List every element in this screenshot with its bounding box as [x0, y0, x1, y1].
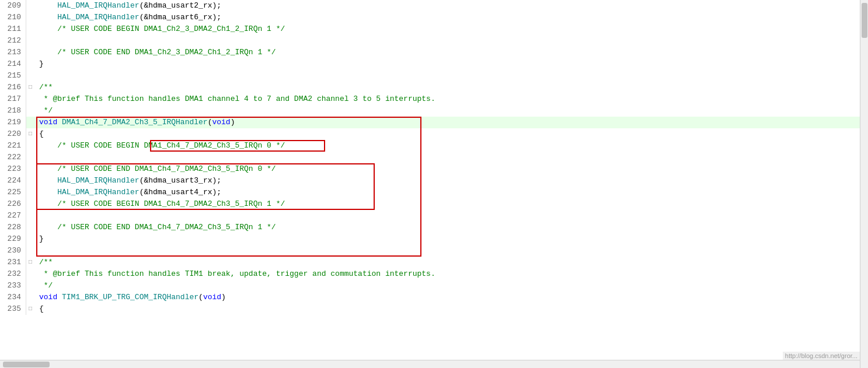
code-line: 223 /* USER CODE END DMA1_Ch4_7_DMA2_Ch3… — [0, 163, 860, 175]
line-fold — [26, 292, 34, 303]
code-line: 210 HAL_DMA_IRQHandler(&hdma_usart6_rx); — [0, 12, 860, 23]
line-content: /* USER CODE END DMA1_Ch2_3_DMA2_Ch1_2_I… — [34, 47, 860, 58]
line-number: 226 — [0, 198, 26, 210]
line-fold: □ — [26, 82, 34, 93]
line-content — [34, 152, 860, 163]
scrollbar-bottom[interactable] — [0, 360, 860, 368]
line-content: */ — [34, 280, 860, 292]
line-content: { — [34, 128, 860, 140]
line-content — [34, 245, 860, 257]
line-content: } — [34, 58, 860, 70]
line-fold — [26, 23, 34, 35]
line-content: HAL_DMA_IRQHandler(&hdma_usart4_rx); — [34, 187, 860, 198]
line-content: /* USER CODE END DMA1_Ch4_7_DMA2_Ch3_5_I… — [34, 163, 860, 175]
line-number: 210 — [0, 12, 26, 23]
line-number: 231 — [0, 257, 26, 268]
scrollbar-bottom-thumb[interactable] — [3, 362, 50, 367]
line-number: 224 — [0, 175, 26, 187]
line-number: 214 — [0, 58, 26, 70]
line-content: /* USER CODE BEGIN DMA1_Ch4_7_DMA2_Ch3_5… — [34, 198, 860, 210]
url-bar: http://blog.csdn.net/gror... — [783, 352, 860, 360]
line-number: 218 — [0, 105, 26, 117]
scrollbar-right[interactable] — [860, 0, 868, 368]
code-line: 231 □ /** — [0, 257, 860, 268]
line-fold: □ — [26, 303, 34, 315]
code-line: 232 * @brief This function handles TIM1 … — [0, 268, 860, 280]
line-fold — [26, 280, 34, 292]
line-fold — [26, 268, 34, 280]
line-number: 230 — [0, 245, 26, 257]
code-line: 217 * @brief This function handles DMA1 … — [0, 93, 860, 105]
code-line: 235 □ { — [0, 303, 860, 315]
line-number: 213 — [0, 47, 26, 58]
code-line: 220 □ { — [0, 128, 860, 140]
line-fold — [26, 140, 34, 152]
line-fold — [26, 233, 34, 245]
line-fold — [26, 93, 34, 105]
code-line: 229 } — [0, 233, 860, 245]
code-line: 216 □ /** — [0, 82, 860, 93]
code-line: 209 HAL_DMA_IRQHandler(&hdma_usart2_rx); — [0, 0, 860, 12]
code-line: 225 HAL_DMA_IRQHandler(&hdma_usart4_rx); — [0, 187, 860, 198]
line-number: 209 — [0, 0, 26, 12]
line-content: /* USER CODE BEGIN DMA1_Ch2_3_DMA2_Ch1_2… — [34, 23, 860, 35]
line-content: /** — [34, 257, 860, 268]
line-content — [34, 210, 860, 222]
line-number: 212 — [0, 35, 26, 47]
line-number: 228 — [0, 222, 26, 233]
line-content: void TIM1_BRK_UP_TRG_COM_IRQHandler(void… — [34, 292, 860, 303]
line-content: /* USER CODE END DMA1_Ch4_7_DMA2_Ch3_5_I… — [34, 222, 860, 233]
line-fold — [26, 163, 34, 175]
line-content — [34, 35, 860, 47]
line-number: 211 — [0, 23, 26, 35]
line-number: 216 — [0, 82, 26, 93]
code-line: 218 */ — [0, 105, 860, 117]
line-fold: □ — [26, 257, 34, 268]
line-number: 221 — [0, 140, 26, 152]
line-fold — [26, 198, 34, 210]
line-content: void DMA1_Ch4_7_DMA2_Ch3_5_IRQHandler(vo… — [34, 117, 860, 128]
code-line: 228 /* USER CODE END DMA1_Ch4_7_DMA2_Ch3… — [0, 222, 860, 233]
line-number: 233 — [0, 280, 26, 292]
line-fold — [26, 245, 34, 257]
line-number: 219 — [0, 117, 26, 128]
line-content: HAL_DMA_IRQHandler(&hdma_usart6_rx); — [34, 12, 860, 23]
scrollbar-thumb[interactable] — [862, 3, 867, 38]
line-fold — [26, 210, 34, 222]
line-number: 225 — [0, 187, 26, 198]
code-line: 219 void DMA1_Ch4_7_DMA2_Ch3_5_IRQHandle… — [0, 117, 860, 128]
code-area: 209 HAL_DMA_IRQHandler(&hdma_usart2_rx);… — [0, 0, 860, 368]
line-content: /** — [34, 82, 860, 93]
editor-container: 209 HAL_DMA_IRQHandler(&hdma_usart2_rx);… — [0, 0, 868, 368]
code-line: 222 — [0, 152, 860, 163]
line-fold — [26, 152, 34, 163]
code-line: 211 /* USER CODE BEGIN DMA1_Ch2_3_DMA2_C… — [0, 23, 860, 35]
line-content: * @brief This function handles DMA1 chan… — [34, 93, 860, 105]
line-content: { — [34, 303, 860, 315]
line-number: 215 — [0, 70, 26, 82]
line-fold — [26, 47, 34, 58]
line-content: */ — [34, 105, 860, 117]
line-number: 227 — [0, 210, 26, 222]
code-line: 230 — [0, 245, 860, 257]
line-number: 232 — [0, 268, 26, 280]
line-fold — [26, 175, 34, 187]
line-fold: □ — [26, 128, 34, 140]
line-content: * @brief This function handles TIM1 brea… — [34, 268, 860, 280]
code-line: 224 HAL_DMA_IRQHandler(&hdma_usart3_rx); — [0, 175, 860, 187]
line-fold — [26, 12, 34, 23]
code-line: 213 /* USER CODE END DMA1_Ch2_3_DMA2_Ch1… — [0, 47, 860, 58]
line-fold — [26, 0, 34, 12]
lines-container: 209 HAL_DMA_IRQHandler(&hdma_usart2_rx);… — [0, 0, 860, 315]
line-fold — [26, 105, 34, 117]
line-fold — [26, 35, 34, 47]
code-line: 212 — [0, 35, 860, 47]
line-number: 222 — [0, 152, 26, 163]
line-content: HAL_DMA_IRQHandler(&hdma_usart2_rx); — [34, 0, 860, 12]
code-line: 233 */ — [0, 280, 860, 292]
line-fold — [26, 58, 34, 70]
line-number: 229 — [0, 233, 26, 245]
code-line: 234 void TIM1_BRK_UP_TRG_COM_IRQHandler(… — [0, 292, 860, 303]
line-content — [34, 70, 860, 82]
line-fold — [26, 117, 34, 128]
